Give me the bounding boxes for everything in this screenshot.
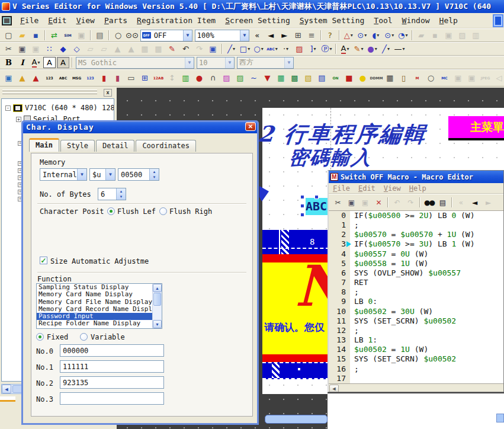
- macro-code-line[interactable]: 10$u00502 = 30U (W): [329, 307, 503, 316]
- scroll-left-icon[interactable]: ◄: [2, 385, 11, 393]
- floating-window-icon[interactable]: [493, 14, 503, 27]
- cut-icon[interactable]: ✂: [2, 43, 15, 55]
- menu-registration-item[interactable]: Registration Item: [132, 14, 220, 27]
- menu-help[interactable]: Help: [435, 14, 463, 27]
- chevron-down-icon[interactable]: ▼: [105, 169, 115, 180]
- find-icon[interactable]: ●●: [423, 197, 435, 208]
- macro-scrollbar[interactable]: ◄: [329, 383, 503, 392]
- find-replace-icon[interactable]: ▤: [436, 197, 449, 208]
- screen-select-icon[interactable]: ▣: [207, 43, 219, 55]
- picture-icon[interactable]: ▦: [275, 71, 287, 85]
- flush-left-radio[interactable]: [107, 207, 115, 215]
- spinner-arrows-icon[interactable]: ▲▼: [149, 169, 159, 180]
- char-shadow-icon[interactable]: A: [57, 57, 69, 68]
- chevron-down-icon[interactable]: ▼: [240, 30, 249, 41]
- macro-menu-file[interactable]: File: [329, 184, 354, 193]
- draw-sector-icon[interactable]: ◔▾: [397, 30, 409, 41]
- delete-icon[interactable]: ✕: [373, 197, 385, 208]
- chevron-down-icon[interactable]: ▼: [183, 30, 192, 41]
- statistic-graph-icon[interactable]: ▥: [179, 71, 192, 85]
- overlap-display-icon[interactable]: ▣: [2, 71, 15, 85]
- scroll-down-icon[interactable]: ▼: [153, 320, 162, 328]
- dialog-titlebar[interactable]: Char. Display ✕: [21, 120, 259, 133]
- line-style-icon[interactable]: —▾: [393, 43, 406, 55]
- main-menu-button[interactable]: 主菜單: [448, 116, 504, 140]
- tab-main[interactable]: Main: [29, 138, 59, 152]
- stopwatch-icon[interactable]: ○: [425, 71, 437, 85]
- menu-window[interactable]: Window: [397, 14, 435, 27]
- print-icon[interactable]: ▤: [94, 30, 106, 41]
- bar-graph-icon[interactable]: ▮: [98, 71, 110, 85]
- tree-node-root[interactable]: - V710C (640 * 480) 128-: [5, 104, 114, 112]
- line-color-icon[interactable]: ╱▾: [380, 43, 392, 55]
- spinner-arrows-icon[interactable]: ▲▼: [116, 188, 126, 200]
- keypad2-icon[interactable]: ▤: [316, 71, 328, 85]
- nav-back-icon[interactable]: ◄: [265, 30, 277, 41]
- clipboard-icon[interactable]: ▯: [397, 71, 410, 85]
- new-file-icon[interactable]: ▢: [2, 30, 15, 41]
- save-icon[interactable]: ▪: [30, 30, 42, 41]
- macro-code-line[interactable]: 6SYS (OVLP_SHOW) $u00557: [329, 268, 503, 278]
- off-mode-selector[interactable]: OFFOFF▼: [140, 30, 192, 41]
- macro-code-line[interactable]: 16;: [329, 364, 503, 374]
- macro-code-area[interactable]: 0IF($u00500 >= 2U) LB 0 (W)1;2$u00570 = …: [329, 211, 503, 383]
- macro-code-line[interactable]: 3IF($u00570 >= 3U) LB 1 (W): [329, 239, 503, 249]
- copy-icon[interactable]: ▣: [16, 43, 28, 55]
- calendar-icon[interactable]: ▦: [384, 71, 396, 85]
- macro-code-line[interactable]: 7RET: [329, 278, 503, 287]
- copy-icon[interactable]: ▣: [345, 197, 358, 208]
- selection-handle[interactable]: [300, 213, 304, 217]
- macro-code-line[interactable]: 1;: [329, 220, 503, 230]
- scrollbar-fragment[interactable]: [496, 414, 504, 422]
- pattern1-icon[interactable]: ▨: [220, 71, 233, 85]
- group-icon[interactable]: ◆: [57, 43, 69, 55]
- parts-place-icon[interactable]: Ⓟ▾: [320, 43, 333, 55]
- pattern3-icon[interactable]: ▩: [288, 71, 301, 85]
- text-color-icon[interactable]: A▾: [339, 43, 351, 55]
- zoom-level-selector[interactable]: 100%▼: [195, 30, 249, 41]
- comment-icon[interactable]: ▭: [125, 71, 137, 85]
- panel-header[interactable]: x: [0, 88, 117, 98]
- nav-back-icon[interactable]: ◄: [468, 197, 481, 208]
- flush-right-radio[interactable]: [159, 207, 167, 215]
- char-display-part[interactable]: ABC: [306, 198, 328, 215]
- lamp-parts-icon[interactable]: ▲: [30, 71, 42, 85]
- draw-shape-icon[interactable]: △▾: [342, 30, 355, 41]
- draw-ellipse-icon[interactable]: ⊙▾: [383, 30, 396, 41]
- macro-titlebar[interactable]: M Switch OFF Macro - Macro Editor: [329, 171, 503, 183]
- zoom-magnifier-icon[interactable]: ○: [112, 30, 124, 41]
- alarm-icon[interactable]: ■: [343, 71, 355, 85]
- expand-icon[interactable]: +: [16, 117, 21, 122]
- graph-yellow-icon[interactable]: ▧: [302, 71, 314, 85]
- tab-detail[interactable]: Detail: [96, 140, 134, 152]
- char-frame-icon[interactable]: A: [43, 57, 56, 68]
- switch-parts-icon[interactable]: ▲: [16, 71, 28, 85]
- meter-icon[interactable]: ∩: [207, 71, 219, 85]
- multi-copy-icon[interactable]: ∷: [43, 43, 56, 55]
- bytes-spinner[interactable]: 6▲▼: [98, 188, 126, 200]
- function-option[interactable]: Recipe Folder Name Display: [37, 320, 152, 327]
- menu-screen-setting[interactable]: Screen Setting: [220, 14, 295, 27]
- password-1-input[interactable]: [60, 360, 164, 373]
- bell-icon[interactable]: ●: [357, 71, 369, 85]
- palette-icon[interactable]: ●▾: [366, 43, 378, 55]
- selection-handle[interactable]: [300, 195, 304, 199]
- marker-pen-icon[interactable]: ✎: [166, 43, 178, 55]
- scrollbar-thumb[interactable]: [153, 293, 161, 306]
- dot-tool-icon[interactable]: ·▾: [280, 43, 292, 55]
- memo-icon[interactable]: M: [411, 71, 423, 85]
- listbox-scrollbar[interactable]: ▲ ▼: [152, 284, 162, 328]
- macro-menu-view[interactable]: View: [380, 184, 405, 193]
- transfer-icon[interactable]: ⇄: [48, 30, 60, 41]
- pie-graph-icon[interactable]: ●: [193, 71, 206, 85]
- system-menu-icon[interactable]: [2, 16, 12, 25]
- macro-code-line[interactable]: 17: [329, 374, 503, 383]
- bold-icon[interactable]: B: [2, 57, 15, 68]
- macro-code-line[interactable]: 5$u00558 = 1U (W): [329, 259, 503, 268]
- menu-tool[interactable]: Tool: [369, 14, 397, 27]
- fixed-radio[interactable]: [36, 333, 44, 341]
- function-option[interactable]: Memory Card Name Display: [37, 291, 152, 298]
- pattern2-icon[interactable]: ▨: [234, 71, 246, 85]
- selection-handle[interactable]: [300, 204, 304, 208]
- tab-style[interactable]: Style: [60, 140, 95, 152]
